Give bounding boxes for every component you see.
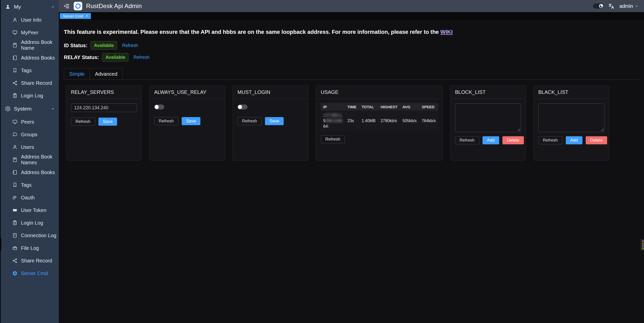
sidebar-item-users[interactable]: Users xyxy=(0,141,59,153)
sidebar-item-user-info[interactable]: User Info xyxy=(0,14,59,26)
sidebar-item-peers[interactable]: Peers xyxy=(0,116,59,128)
sidebar-item-oauth[interactable]: Oauth xyxy=(0,191,59,204)
delete-button[interactable]: Delete xyxy=(502,136,524,144)
sidebar-item-label: Connection Log xyxy=(21,233,56,238)
usage-table: IP TIME TOTAL HIGHEST AVG SPEED ::17.203… xyxy=(321,103,438,131)
refresh-button[interactable]: Refresh xyxy=(321,135,345,143)
sidebar-item-address-book-names[interactable]: Address Book Names xyxy=(0,153,59,166)
sidebar-item-server-cmd[interactable]: Server Cmd xyxy=(0,267,59,280)
sidebar-item-tags[interactable]: Tags xyxy=(0,64,59,77)
sidebar-item-tags[interactable]: Tags xyxy=(0,179,59,191)
delete-button[interactable]: Delete xyxy=(586,136,607,144)
briefcase-icon xyxy=(12,245,18,251)
add-button[interactable]: Add xyxy=(482,136,499,144)
monitor-icon xyxy=(12,30,18,35)
save-button[interactable]: Save xyxy=(265,117,284,125)
minimap-marker xyxy=(642,245,644,246)
column-header: AVG xyxy=(400,103,419,111)
bookmark-icon xyxy=(12,182,18,188)
rustdesk-logo-icon xyxy=(74,2,82,10)
minimap-marker xyxy=(642,246,644,247)
block-list-textarea[interactable] xyxy=(455,103,521,132)
theme-toggle[interactable] xyxy=(593,4,604,9)
minimap-marker xyxy=(642,248,644,248)
user-icon xyxy=(12,144,18,150)
add-button[interactable]: Add xyxy=(566,136,582,144)
sidebar-item-label: Tags xyxy=(21,182,32,188)
minimap-marker xyxy=(642,243,644,244)
sidebar-item-user-token[interactable]: User Token xyxy=(0,204,59,217)
sidebar-item-label: User Info xyxy=(21,17,41,23)
translate-icon[interactable] xyxy=(608,3,615,10)
sidebar-item-address-books[interactable]: Address Books xyxy=(0,51,59,64)
save-button[interactable]: Save xyxy=(182,117,201,125)
sidebar-item-address-book-name[interactable]: Address Book Name xyxy=(0,39,59,51)
username: admin xyxy=(620,3,633,9)
user-menu[interactable]: admin xyxy=(620,3,638,9)
sidebar-section-my[interactable]: My xyxy=(0,0,59,14)
sidebar-item-file-log[interactable]: File Log xyxy=(0,242,59,254)
refresh-button[interactable]: Refresh xyxy=(538,136,562,144)
column-header: TOTAL xyxy=(359,103,378,111)
notice-text: This feature is experimental. Please ens… xyxy=(64,29,440,35)
refresh-button[interactable]: Refresh xyxy=(71,118,95,126)
column-header: SPEED xyxy=(419,103,438,111)
sidebar-item-label: Address Book Name xyxy=(21,39,59,51)
clipboard-icon xyxy=(12,220,18,226)
id-status-refresh-link[interactable]: Refresh xyxy=(122,43,138,48)
sidebar-fold-icon[interactable] xyxy=(63,3,70,9)
card-title: BLACK_LIST xyxy=(534,86,609,99)
sidebar-item-label: MyPeer xyxy=(21,30,38,36)
main-content: This feature is experimental. Please ens… xyxy=(59,20,644,323)
minimap-marker xyxy=(642,241,644,242)
sidebar-item-mypeer[interactable]: MyPeer xyxy=(0,26,59,39)
sidebar-section-label: My xyxy=(14,4,21,10)
sidebar-item-share-record[interactable]: Share Record xyxy=(0,77,59,89)
sidebar-item-login-log[interactable]: Login Log xyxy=(0,89,59,102)
sidebar-item-share-record[interactable]: Share Record xyxy=(0,254,59,267)
sidebar-item-label: Share Record xyxy=(21,80,52,86)
refresh-button[interactable]: Refresh xyxy=(237,117,262,125)
refresh-button[interactable]: Refresh xyxy=(154,117,178,125)
must-login-toggle[interactable] xyxy=(237,104,248,110)
notebook-icon xyxy=(12,55,18,61)
sidebar-section-system[interactable]: System xyxy=(0,102,59,116)
ticket-icon xyxy=(12,207,18,213)
sidebar-item-groups[interactable]: Groups xyxy=(0,128,59,141)
refresh-button[interactable]: Refresh xyxy=(455,136,479,144)
header: RustDesk Api Admin admin xyxy=(59,0,644,12)
black-list-textarea[interactable] xyxy=(538,103,604,132)
chevron-down-icon xyxy=(635,4,638,8)
book-icon xyxy=(12,42,18,48)
column-header: IP xyxy=(321,103,345,111)
left-edge-marker xyxy=(0,238,1,250)
tab-advanced[interactable]: Advanced xyxy=(90,68,123,80)
relay-status-refresh-link[interactable]: Refresh xyxy=(133,55,149,60)
gear-icon xyxy=(5,106,11,112)
user-icon xyxy=(12,17,18,23)
scroll-minimap-overlay xyxy=(640,239,644,250)
save-button[interactable]: Save xyxy=(98,118,117,126)
wiki-link[interactable]: WIKI xyxy=(440,29,453,35)
sidebar-item-label: Share Record xyxy=(21,258,52,264)
sidebar-item-label: Login Log xyxy=(21,220,43,226)
sidebar-item-label: Users xyxy=(21,144,34,150)
window-left-edge xyxy=(0,0,1,323)
id-status-badge: Available xyxy=(91,41,117,50)
always-use-relay-toggle[interactable] xyxy=(154,104,164,110)
sidebar-item-login-log[interactable]: Login Log xyxy=(0,217,59,229)
sidebar-item-label: Oauth xyxy=(21,195,35,201)
sidebar: MyUser InfoMyPeerAddress Book NameAddres… xyxy=(0,0,59,323)
sidebar-item-connection-log[interactable]: Connection Log xyxy=(0,229,59,242)
id-status-row: ID Status: Available Refresh xyxy=(64,41,639,50)
table-row: ::17.203.1. 5038.2165 64: 23s 1.40MB 278… xyxy=(321,111,438,131)
card-title: RELAY_SERVERS xyxy=(66,86,142,99)
tab-server-cmd[interactable]: Server Cmd × xyxy=(60,13,91,19)
tab-close-icon[interactable]: × xyxy=(86,14,88,18)
card-usage: USAGE IP TIME TOTAL HIGHEST AVG SPEED xyxy=(316,85,443,160)
sidebar-item-address-books[interactable]: Address Books xyxy=(0,166,59,179)
minimap-marker xyxy=(642,247,644,248)
card-title: MUST_LOGIN xyxy=(233,86,308,99)
tab-simple[interactable]: Simple xyxy=(64,68,90,80)
relay-servers-input[interactable] xyxy=(71,103,137,112)
